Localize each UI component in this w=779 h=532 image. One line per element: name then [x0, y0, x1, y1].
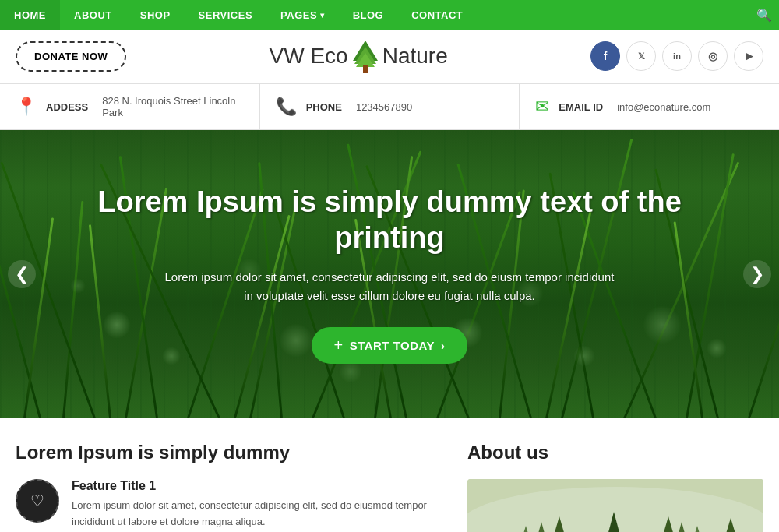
nav-home[interactable]: HOME	[0, 0, 60, 30]
hero-subtitle: Lorem ipsum dolor sit amet, consectetur …	[86, 268, 693, 305]
social-twitter[interactable]: 𝕏	[626, 41, 656, 71]
nav-services[interactable]: SERVICES	[185, 0, 267, 30]
about-forest-svg	[467, 479, 763, 532]
site-header: DONATE NOW VW Eco Nature f 𝕏 in ◎ ▶	[0, 30, 779, 83]
about-title: About us	[467, 442, 763, 463]
info-email: ✉ EMAIL ID info@econature.com	[520, 84, 779, 129]
heart-icon: ♡	[30, 491, 44, 510]
social-icons: f 𝕏 in ◎ ▶	[590, 41, 763, 71]
svg-rect-3	[363, 65, 368, 73]
start-today-button[interactable]: + START TODAY ›	[312, 327, 467, 364]
features-section: Lorem Ipsum is simply dummy ♡ Feature Ti…	[16, 442, 436, 532]
nav-contact[interactable]: CONTACT	[397, 0, 477, 30]
hero-next-button[interactable]: ❯	[743, 260, 771, 288]
feature-icon: ♡	[16, 479, 59, 523]
social-instagram[interactable]: ◎	[698, 41, 728, 71]
hero-content: Lorem Ipsum is simply dummy text of the …	[86, 185, 693, 364]
nav-pages[interactable]: PAGES ▾	[266, 0, 339, 30]
search-icon: 🔍	[756, 8, 772, 23]
social-facebook[interactable]: f	[590, 41, 620, 71]
hero-title: Lorem Ipsum is simply dummy text of the …	[86, 185, 693, 255]
address-label: ADDESS	[46, 101, 88, 113]
nav-about[interactable]: ABOUT	[60, 0, 126, 30]
chevron-down-icon: ▾	[320, 11, 325, 19]
logo-tree-icon	[351, 39, 379, 73]
logo-text-after: Nature	[382, 44, 448, 69]
nav-shop[interactable]: SHOP	[126, 0, 185, 30]
nav-items: HOME ABOUT SHOP SERVICES PAGES ▾ BLOG CO…	[0, 0, 749, 30]
email-value: info@econature.com	[617, 101, 710, 113]
feature-desc: Lorem ipsum dolor sit amet, consectetur …	[72, 498, 436, 530]
nav-blog[interactable]: BLOG	[339, 0, 398, 30]
info-bar: 📍 ADDESS 828 N. Iroquois Street Lincoln …	[0, 83, 779, 130]
phone-label: PHONE	[306, 101, 342, 113]
hero-btn-label: START TODAY	[350, 339, 435, 352]
location-icon: 📍	[16, 97, 37, 117]
logo-text-before: VW Eco	[270, 44, 348, 69]
phone-icon: 📞	[276, 97, 297, 117]
site-logo: VW Eco Nature	[126, 39, 590, 73]
arrow-right-icon: ›	[441, 339, 446, 352]
social-youtube[interactable]: ▶	[734, 41, 763, 71]
info-address: 📍 ADDESS 828 N. Iroquois Street Lincoln …	[0, 84, 260, 129]
main-nav: HOME ABOUT SHOP SERVICES PAGES ▾ BLOG CO…	[0, 0, 779, 30]
email-icon: ✉	[535, 97, 549, 117]
feature-content: Feature Title 1 Lorem ipsum dolor sit am…	[72, 479, 436, 530]
address-value: 828 N. Iroquois Street Lincoln Park	[102, 95, 243, 118]
info-phone: 📞 PHONE 1234567890	[260, 84, 520, 129]
about-image	[467, 479, 763, 532]
donate-button[interactable]: DONATE NOW	[16, 41, 126, 72]
plus-icon: +	[333, 336, 343, 354]
lower-section: Lorem Ipsum is simply dummy ♡ Feature Ti…	[0, 418, 779, 532]
feature-item-1: ♡ Feature Title 1 Lorem ipsum dolor sit …	[16, 479, 436, 530]
hero-prev-button[interactable]: ❮	[8, 260, 36, 288]
email-label: EMAIL ID	[559, 101, 603, 113]
phone-value: 1234567890	[356, 101, 412, 113]
social-linkedin[interactable]: in	[662, 41, 692, 71]
feature-title: Feature Title 1	[72, 479, 436, 493]
features-title: Lorem Ipsum is simply dummy	[16, 442, 436, 463]
hero-section: Lorem Ipsum is simply dummy text of the …	[0, 130, 779, 418]
search-button[interactable]: 🔍	[749, 0, 779, 30]
logo-text: VW Eco Nature	[126, 39, 590, 73]
about-section: About us	[467, 442, 763, 532]
